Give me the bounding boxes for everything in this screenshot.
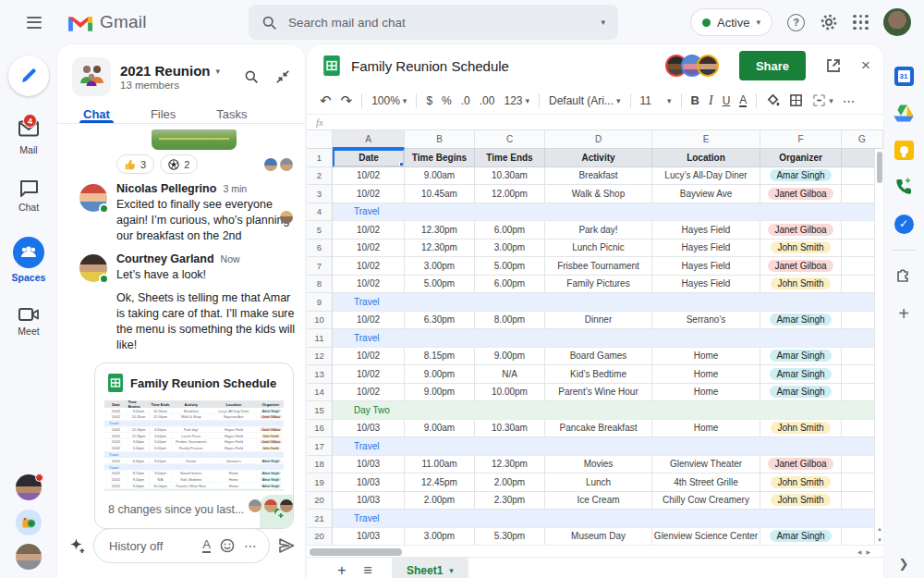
cell[interactable]: 10.30am	[475, 167, 545, 186]
cell[interactable]: Janet Gilboa	[760, 456, 842, 474]
cell[interactable]: Breakfast	[545, 167, 652, 186]
text-color-button[interactable]: A	[739, 94, 747, 107]
share-button[interactable]: Share	[739, 51, 806, 80]
tab-files[interactable]: Files	[151, 107, 176, 123]
cell[interactable]: Hayes Field	[652, 257, 760, 276]
pinned-chat-avatar-camera[interactable]	[0, 510, 57, 535]
corner-cell[interactable]	[307, 130, 333, 149]
increase-decimal-button[interactable]: .00	[480, 94, 495, 107]
font-select[interactable]: Default (Ari... ▾	[549, 94, 621, 107]
travel-band-cell[interactable]: Travel	[333, 437, 883, 456]
row-number[interactable]: 7	[307, 257, 333, 276]
cell[interactable]: 8.00pm	[475, 312, 545, 330]
cell[interactable]: Serrano’s	[652, 312, 760, 330]
cell[interactable]: 3.00pm	[475, 240, 545, 258]
cell[interactable]: Amar Singh	[760, 348, 842, 366]
cell[interactable]: 2.30pm	[475, 492, 545, 510]
cell[interactable]: 10/02	[333, 240, 405, 258]
sender-avatar[interactable]	[79, 184, 107, 212]
cell[interactable]: Frisbee Tournament	[545, 257, 652, 276]
close-icon[interactable]: ×	[861, 56, 870, 75]
borders-icon[interactable]	[789, 93, 803, 107]
sidebar-item-meet[interactable]: Meet	[18, 307, 39, 337]
tab-chat[interactable]: Chat	[83, 107, 110, 123]
cell[interactable]: 10/02	[333, 348, 405, 366]
cell[interactable]: 10/03	[333, 528, 405, 546]
scroll-right-icon[interactable]: ▶	[866, 548, 870, 555]
fill-color-icon[interactable]	[766, 93, 780, 107]
cell[interactable]: Organizer	[760, 149, 842, 167]
chat-search-icon[interactable]	[244, 69, 259, 84]
row-number[interactable]: 19	[307, 473, 333, 492]
cell[interactable]: Lunch	[545, 473, 652, 492]
send-icon[interactable]	[277, 536, 296, 555]
cell[interactable]: 12.00pm	[475, 185, 545, 203]
cell[interactable]: John Smith	[760, 240, 842, 258]
cell[interactable]: Home	[652, 384, 760, 402]
cell[interactable]: Janet Gilboa	[760, 185, 842, 203]
cell[interactable]: Hayes Field	[652, 276, 760, 294]
tasks-icon[interactable]: ✓	[885, 205, 922, 242]
cell[interactable]: 6.30pm	[405, 312, 475, 330]
profile-avatar[interactable]	[883, 8, 911, 36]
column-header-D[interactable]: D	[545, 130, 652, 149]
cell[interactable]: 10/03	[333, 473, 405, 492]
row-number[interactable]: 2	[307, 167, 333, 186]
zoom-select[interactable]: 100% ▾	[371, 94, 407, 107]
cell[interactable]: Family Pictures	[545, 276, 652, 294]
number-format-select[interactable]: 123▾	[504, 94, 529, 107]
cell[interactable]: Home	[652, 365, 760, 384]
cell[interactable]: 5.00pm	[405, 276, 475, 294]
column-header-E[interactable]: E	[652, 130, 760, 149]
settings-gear-icon[interactable]	[820, 13, 838, 31]
row-number[interactable]: 17	[307, 437, 333, 456]
cell[interactable]: 11.00am	[405, 456, 475, 474]
cell[interactable]: Time Ends	[475, 149, 545, 167]
help-icon[interactable]: ?	[787, 14, 805, 31]
cell[interactable]: Amar Singh	[760, 167, 842, 186]
cell[interactable]: 10.45am	[405, 185, 475, 203]
cell[interactable]: Bayview Ave	[652, 185, 760, 203]
formula-bar[interactable]: fx	[307, 115, 883, 130]
travel-band-cell[interactable]: Travel	[333, 510, 883, 528]
cell[interactable]: 12.30pm	[405, 240, 475, 258]
sidebar-item-chat[interactable]: Chat	[18, 179, 39, 213]
drive-icon[interactable]	[885, 94, 922, 131]
cell[interactable]: 10/02	[333, 185, 405, 203]
cell[interactable]: 10/02	[333, 221, 405, 240]
merge-cells-button[interactable]: ▾	[812, 93, 833, 107]
column-header-A[interactable]: A	[333, 130, 405, 149]
cell[interactable]: Glenview Science Center	[652, 528, 760, 546]
cell[interactable]: Museum Day	[545, 528, 652, 546]
space-title-row[interactable]: 2021 Reunion ▾	[120, 63, 235, 79]
row-number[interactable]: 5	[307, 221, 333, 240]
get-add-ons-puzzle-icon[interactable]	[885, 258, 922, 295]
cell[interactable]: Ice Cream	[545, 492, 652, 510]
row-number[interactable]: 3	[307, 185, 333, 203]
cell[interactable]: Walk & Shop	[545, 185, 652, 203]
cell[interactable]: Dinner	[545, 312, 652, 330]
row-number[interactable]: 1	[307, 149, 333, 167]
cell[interactable]: Lucy’s All-Day Diner	[652, 167, 760, 186]
redo-icon[interactable]: ↷	[341, 92, 353, 109]
cell[interactable]: John Smith	[760, 276, 842, 294]
row-number[interactable]: 11	[307, 329, 333, 348]
horizontal-scrollbar[interactable]: ◀▶	[307, 545, 883, 557]
cell[interactable]: 2.00pm	[475, 473, 545, 492]
cell[interactable]: Hayes Field	[652, 240, 760, 258]
travel-band-cell[interactable]: Travel	[333, 293, 883, 312]
scroll-down-icon[interactable]: ▼	[877, 537, 882, 543]
row-number[interactable]: 21	[307, 510, 333, 528]
cell[interactable]: 6.00pm	[475, 276, 545, 294]
main-menu-icon[interactable]	[13, 17, 55, 29]
all-sheets-icon[interactable]: ≡	[355, 562, 381, 578]
font-size-select[interactable]: 11▾	[640, 94, 672, 107]
cell[interactable]: 8.15pm	[405, 348, 475, 366]
collapse-side-panel-icon[interactable]: ❯	[899, 557, 909, 571]
cell[interactable]: 10/03	[333, 420, 405, 438]
cell[interactable]: Parent’s Wine Hour	[545, 384, 652, 402]
cell[interactable]: 10.00pm	[475, 384, 545, 402]
add-shortcut-icon[interactable]: +	[885, 295, 922, 332]
undo-icon[interactable]: ↶	[320, 92, 332, 109]
cell[interactable]: 4th Street Grille	[652, 473, 760, 492]
